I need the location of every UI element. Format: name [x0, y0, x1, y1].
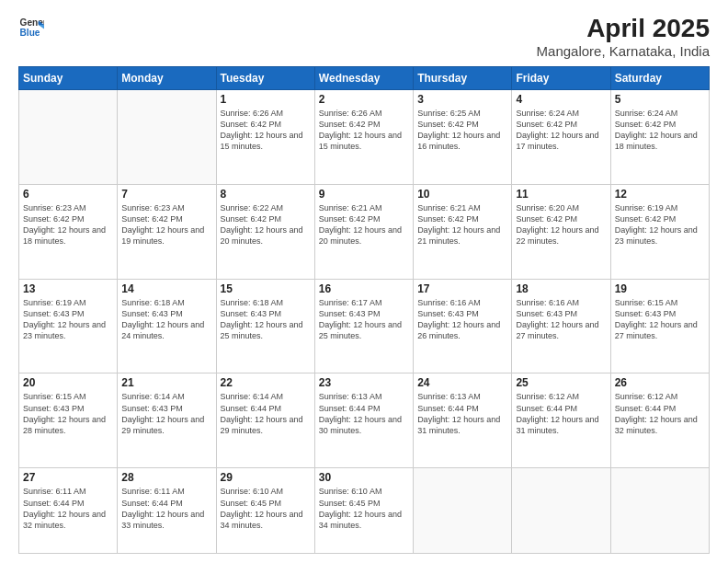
- calendar-cell: 13Sunrise: 6:19 AM Sunset: 6:43 PM Dayli…: [19, 279, 118, 373]
- day-info: Sunrise: 6:18 AM Sunset: 6:43 PM Dayligh…: [221, 297, 311, 342]
- day-number: 19: [615, 282, 705, 295]
- day-number: 29: [221, 471, 311, 484]
- calendar-cell: 30Sunrise: 6:10 AM Sunset: 6:45 PM Dayli…: [314, 468, 413, 554]
- day-number: 22: [221, 376, 311, 389]
- day-info: Sunrise: 6:15 AM Sunset: 6:43 PM Dayligh…: [615, 297, 705, 342]
- day-info: Sunrise: 6:12 AM Sunset: 6:44 PM Dayligh…: [516, 391, 606, 436]
- day-info: Sunrise: 6:24 AM Sunset: 6:42 PM Dayligh…: [615, 108, 705, 153]
- day-number: 6: [23, 188, 113, 201]
- day-info: Sunrise: 6:17 AM Sunset: 6:43 PM Dayligh…: [319, 297, 409, 342]
- header-tuesday: Tuesday: [216, 66, 314, 89]
- calendar-cell: 8Sunrise: 6:22 AM Sunset: 6:42 PM Daylig…: [216, 184, 314, 279]
- day-info: Sunrise: 6:19 AM Sunset: 6:42 PM Dayligh…: [615, 202, 705, 247]
- calendar-week-4: 20Sunrise: 6:15 AM Sunset: 6:43 PM Dayli…: [19, 373, 710, 468]
- title-block: April 2025 Mangalore, Karnataka, India: [537, 15, 710, 59]
- calendar-cell: 25Sunrise: 6:12 AM Sunset: 6:44 PM Dayli…: [512, 373, 610, 468]
- day-info: Sunrise: 6:23 AM Sunset: 6:42 PM Dayligh…: [23, 202, 113, 247]
- calendar-title: April 2025: [537, 15, 710, 43]
- day-info: Sunrise: 6:21 AM Sunset: 6:42 PM Dayligh…: [417, 202, 507, 247]
- calendar-cell: 22Sunrise: 6:14 AM Sunset: 6:44 PM Dayli…: [216, 373, 314, 468]
- day-number: 9: [319, 188, 409, 201]
- day-number: 26: [615, 376, 705, 389]
- day-info: Sunrise: 6:18 AM Sunset: 6:43 PM Dayligh…: [121, 297, 211, 342]
- day-info: Sunrise: 6:13 AM Sunset: 6:44 PM Dayligh…: [417, 391, 507, 436]
- day-info: Sunrise: 6:26 AM Sunset: 6:42 PM Dayligh…: [221, 108, 311, 153]
- day-number: 10: [417, 188, 507, 201]
- calendar-subtitle: Mangalore, Karnataka, India: [537, 43, 710, 59]
- day-number: 12: [615, 188, 705, 201]
- day-number: 24: [417, 376, 507, 389]
- calendar-cell: 18Sunrise: 6:16 AM Sunset: 6:43 PM Dayli…: [512, 279, 610, 373]
- header-monday: Monday: [118, 66, 216, 89]
- calendar-cell: 27Sunrise: 6:11 AM Sunset: 6:44 PM Dayli…: [19, 468, 118, 554]
- calendar-cell: 15Sunrise: 6:18 AM Sunset: 6:43 PM Dayli…: [216, 279, 314, 373]
- day-number: 17: [417, 282, 507, 295]
- day-number: 15: [221, 282, 311, 295]
- calendar-week-1: 1Sunrise: 6:26 AM Sunset: 6:42 PM Daylig…: [19, 89, 710, 184]
- day-info: Sunrise: 6:14 AM Sunset: 6:44 PM Dayligh…: [221, 391, 311, 436]
- day-info: Sunrise: 6:22 AM Sunset: 6:42 PM Dayligh…: [221, 202, 311, 247]
- logo: General Blue: [18, 15, 44, 40]
- calendar-cell: 29Sunrise: 6:10 AM Sunset: 6:45 PM Dayli…: [216, 468, 314, 554]
- day-info: Sunrise: 6:25 AM Sunset: 6:42 PM Dayligh…: [417, 108, 507, 153]
- day-info: Sunrise: 6:13 AM Sunset: 6:44 PM Dayligh…: [319, 391, 409, 436]
- calendar-cell: [118, 89, 216, 184]
- calendar-week-5: 27Sunrise: 6:11 AM Sunset: 6:44 PM Dayli…: [19, 468, 710, 554]
- day-number: 1: [221, 93, 311, 106]
- calendar-cell: 1Sunrise: 6:26 AM Sunset: 6:42 PM Daylig…: [216, 89, 314, 184]
- header-row: Sunday Monday Tuesday Wednesday Thursday…: [19, 66, 710, 89]
- calendar-cell: 14Sunrise: 6:18 AM Sunset: 6:43 PM Dayli…: [118, 279, 216, 373]
- calendar-cell: 10Sunrise: 6:21 AM Sunset: 6:42 PM Dayli…: [414, 184, 512, 279]
- calendar-cell: 7Sunrise: 6:23 AM Sunset: 6:42 PM Daylig…: [118, 184, 216, 279]
- page: General Blue April 2025 Mangalore, Karna…: [0, 0, 728, 563]
- day-number: 20: [23, 376, 113, 389]
- logo-icon: General Blue: [18, 15, 44, 40]
- day-number: 18: [516, 282, 606, 295]
- calendar-cell: 24Sunrise: 6:13 AM Sunset: 6:44 PM Dayli…: [414, 373, 512, 468]
- header-friday: Friday: [512, 66, 610, 89]
- day-info: Sunrise: 6:10 AM Sunset: 6:45 PM Dayligh…: [221, 486, 311, 531]
- calendar-cell: 12Sunrise: 6:19 AM Sunset: 6:42 PM Dayli…: [610, 184, 709, 279]
- calendar-cell: 26Sunrise: 6:12 AM Sunset: 6:44 PM Dayli…: [610, 373, 709, 468]
- calendar-cell: 9Sunrise: 6:21 AM Sunset: 6:42 PM Daylig…: [314, 184, 413, 279]
- calendar-cell: 19Sunrise: 6:15 AM Sunset: 6:43 PM Dayli…: [610, 279, 709, 373]
- day-number: 8: [221, 188, 311, 201]
- day-number: 11: [516, 188, 606, 201]
- calendar-cell: 17Sunrise: 6:16 AM Sunset: 6:43 PM Dayli…: [414, 279, 512, 373]
- calendar-cell: 23Sunrise: 6:13 AM Sunset: 6:44 PM Dayli…: [314, 373, 413, 468]
- day-number: 25: [516, 376, 606, 389]
- calendar-cell: [19, 89, 118, 184]
- day-number: 3: [417, 93, 507, 106]
- day-number: 30: [319, 471, 409, 484]
- calendar-week-3: 13Sunrise: 6:19 AM Sunset: 6:43 PM Dayli…: [19, 279, 710, 373]
- header-thursday: Thursday: [414, 66, 512, 89]
- day-info: Sunrise: 6:11 AM Sunset: 6:44 PM Dayligh…: [121, 486, 211, 531]
- calendar-cell: [512, 468, 610, 554]
- day-number: 21: [121, 376, 211, 389]
- calendar-cell: 2Sunrise: 6:26 AM Sunset: 6:42 PM Daylig…: [314, 89, 413, 184]
- day-info: Sunrise: 6:24 AM Sunset: 6:42 PM Dayligh…: [516, 108, 606, 153]
- svg-text:Blue: Blue: [20, 28, 40, 38]
- calendar-cell: [414, 468, 512, 554]
- calendar-table: Sunday Monday Tuesday Wednesday Thursday…: [18, 66, 710, 554]
- day-info: Sunrise: 6:10 AM Sunset: 6:45 PM Dayligh…: [319, 486, 409, 531]
- day-number: 28: [121, 471, 211, 484]
- day-info: Sunrise: 6:12 AM Sunset: 6:44 PM Dayligh…: [615, 391, 705, 436]
- day-number: 27: [23, 471, 113, 484]
- day-number: 7: [121, 188, 211, 201]
- day-info: Sunrise: 6:21 AM Sunset: 6:42 PM Dayligh…: [319, 202, 409, 247]
- day-info: Sunrise: 6:20 AM Sunset: 6:42 PM Dayligh…: [516, 202, 606, 247]
- calendar-cell: 20Sunrise: 6:15 AM Sunset: 6:43 PM Dayli…: [19, 373, 118, 468]
- day-info: Sunrise: 6:14 AM Sunset: 6:43 PM Dayligh…: [121, 391, 211, 436]
- calendar-cell: 6Sunrise: 6:23 AM Sunset: 6:42 PM Daylig…: [19, 184, 118, 279]
- day-number: 2: [319, 93, 409, 106]
- day-info: Sunrise: 6:26 AM Sunset: 6:42 PM Dayligh…: [319, 108, 409, 153]
- calendar-cell: 4Sunrise: 6:24 AM Sunset: 6:42 PM Daylig…: [512, 89, 610, 184]
- calendar-cell: 16Sunrise: 6:17 AM Sunset: 6:43 PM Dayli…: [314, 279, 413, 373]
- calendar-cell: [610, 468, 709, 554]
- day-number: 14: [121, 282, 211, 295]
- header-wednesday: Wednesday: [314, 66, 413, 89]
- day-number: 13: [23, 282, 113, 295]
- top-section: General Blue April 2025 Mangalore, Karna…: [18, 15, 710, 59]
- day-number: 5: [615, 93, 705, 106]
